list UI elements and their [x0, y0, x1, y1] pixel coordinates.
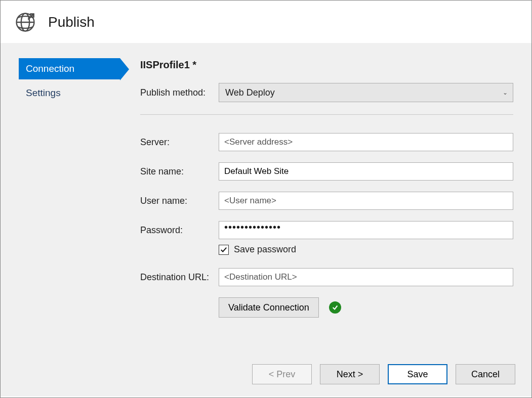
- wizard-sidebar: Connection Settings: [19, 58, 120, 386]
- prev-button: < Prev: [252, 364, 312, 384]
- server-input[interactable]: [219, 133, 513, 151]
- sidebar-item-label: Connection: [26, 63, 74, 74]
- publish-method-label: Publish method:: [140, 87, 219, 98]
- site-name-input[interactable]: [219, 162, 513, 181]
- dialog-header: Publish: [1, 1, 531, 43]
- sidebar-item-connection[interactable]: Connection: [19, 58, 120, 79]
- password-label: Password:: [140, 225, 219, 236]
- page-title: Publish: [48, 14, 95, 30]
- validate-connection-button[interactable]: Validate Connection: [219, 297, 319, 318]
- next-button[interactable]: Next >: [320, 364, 380, 384]
- destination-url-label: Destination URL:: [140, 272, 219, 283]
- sidebar-item-settings[interactable]: Settings: [19, 82, 120, 104]
- password-masked-value: ••••••••••••••: [224, 222, 281, 233]
- user-name-label: User name:: [140, 196, 219, 206]
- user-name-input[interactable]: [219, 192, 513, 210]
- save-button[interactable]: Save: [388, 364, 447, 384]
- cancel-button[interactable]: Cancel: [456, 364, 515, 384]
- save-password-checkbox[interactable]: [219, 245, 229, 255]
- profile-title: IISProfile1 *: [140, 59, 513, 71]
- main-panel: IISProfile1 * Publish method: Web Deploy…: [140, 58, 515, 386]
- save-password-label: Save password: [234, 244, 296, 255]
- sidebar-item-label: Settings: [26, 87, 61, 98]
- checkmark-icon: [220, 246, 227, 253]
- section-divider: [140, 114, 513, 115]
- password-input[interactable]: ••••••••••••••: [219, 221, 513, 239]
- globe-publish-icon: [14, 11, 37, 34]
- site-name-label: Site name:: [140, 166, 219, 177]
- server-label: Server:: [140, 137, 219, 148]
- publish-method-value: Web Deploy: [225, 87, 275, 98]
- dialog-footer: < Prev Next > Save Cancel: [252, 364, 515, 384]
- destination-url-input[interactable]: [219, 268, 513, 286]
- chevron-down-icon: ⌄: [503, 89, 508, 96]
- publish-method-select[interactable]: Web Deploy ⌄: [219, 83, 513, 102]
- validation-success-icon: [329, 301, 341, 314]
